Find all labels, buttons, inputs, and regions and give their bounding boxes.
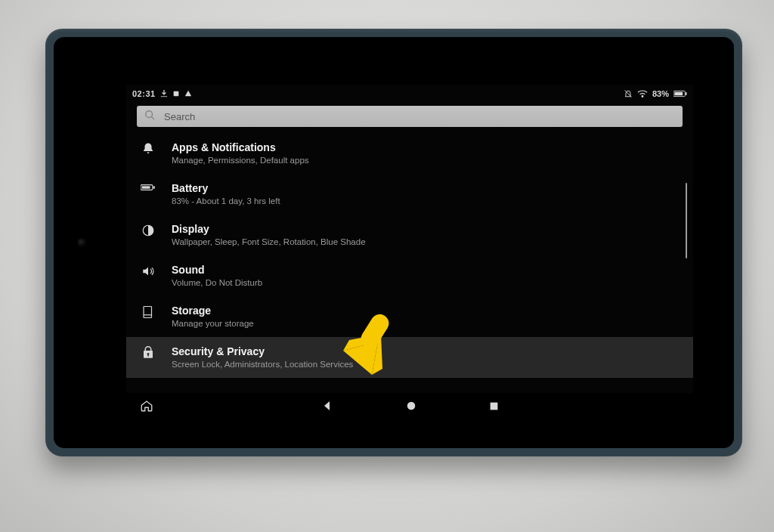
screen: 02:31 [126, 85, 693, 422]
status-clock: 02:31 [132, 89, 156, 98]
photo-background: 02:31 [0, 0, 774, 532]
battery-percent-text: 83% [652, 89, 669, 98]
settings-row-apps-notifications[interactable]: Apps & Notifications Manage, Permissions… [126, 133, 693, 174]
row-title: Security & Privacy [172, 345, 680, 358]
row-title: Storage [172, 304, 680, 317]
battery-row-icon [140, 181, 156, 192]
search-bar-container [126, 101, 693, 133]
navigation-bar [126, 393, 693, 422]
svg-rect-7 [142, 186, 150, 188]
status-bar: 02:31 [126, 85, 693, 101]
svg-rect-8 [153, 186, 155, 188]
row-subtitle: Wallpaper, Sleep, Font Size, Rotation, B… [172, 237, 680, 248]
battery-icon [673, 90, 687, 97]
nav-back-button[interactable] [321, 400, 333, 415]
svg-rect-0 [173, 91, 178, 97]
speaker-icon [140, 263, 156, 278]
settings-row-sound[interactable]: Sound Volume, Do Not Disturb [126, 255, 693, 296]
svg-point-11 [407, 402, 415, 410]
row-subtitle: Manage, Permissions, Default apps [172, 155, 680, 166]
svg-point-5 [146, 111, 153, 118]
row-title: Battery [172, 181, 680, 195]
row-subtitle: 83% - About 1 day, 3 hrs left [172, 196, 680, 207]
notification-off-icon [624, 89, 633, 98]
home-secondary-icon[interactable] [140, 399, 153, 416]
settings-row-security-privacy[interactable]: Security & Privacy Screen Lock, Administ… [126, 337, 693, 378]
search-input[interactable] [163, 110, 675, 123]
lock-bag-icon [140, 345, 156, 360]
tablet-device: 02:31 [45, 29, 742, 456]
svg-rect-4 [686, 92, 687, 95]
row-title: Sound [172, 263, 680, 277]
row-title: Apps & Notifications [172, 141, 680, 154]
settings-list[interactable]: Apps & Notifications Manage, Permissions… [126, 133, 693, 393]
svg-point-1 [642, 96, 643, 97]
svg-rect-3 [674, 92, 683, 96]
settings-row-battery[interactable]: Battery 83% - About 1 day, 3 hrs left [126, 174, 693, 215]
svg-rect-12 [490, 403, 497, 410]
wifi-icon [637, 89, 648, 98]
tablet-bezel: 02:31 [54, 37, 734, 448]
card-icon [172, 90, 180, 97]
row-subtitle: Manage your storage [172, 318, 680, 329]
warning-icon [184, 90, 192, 97]
download-icon [160, 90, 168, 97]
search-bar[interactable] [137, 106, 683, 127]
search-icon [144, 110, 155, 123]
nav-home-button[interactable] [406, 401, 416, 414]
front-camera [78, 239, 85, 246]
row-subtitle: Screen Lock, Administrators, Location Se… [172, 359, 680, 370]
scroll-indicator[interactable] [686, 183, 687, 258]
nav-recent-button[interactable] [489, 401, 499, 414]
storage-icon [140, 304, 156, 319]
bell-icon [140, 141, 156, 156]
settings-row-storage[interactable]: Storage Manage your storage [126, 296, 693, 337]
row-title: Display [172, 222, 680, 236]
row-subtitle: Volume, Do Not Disturb [172, 277, 680, 289]
settings-row-display[interactable]: Display Wallpaper, Sleep, Font Size, Rot… [126, 215, 693, 255]
contrast-icon [140, 222, 156, 237]
svg-rect-10 [144, 307, 152, 318]
